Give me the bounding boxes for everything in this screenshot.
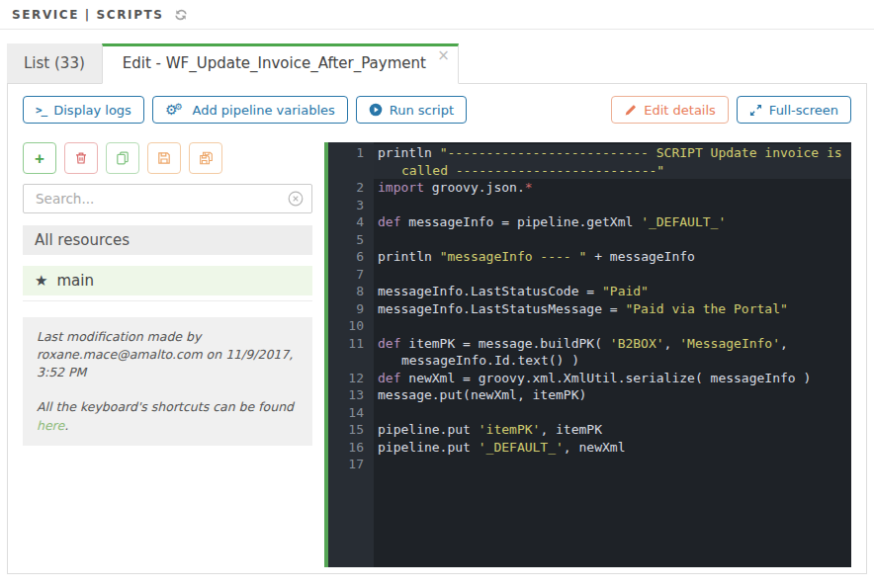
line-number: 12	[328, 370, 374, 387]
code-line[interactable]: 1println "-------------------------- SCR…	[328, 144, 851, 179]
clear-search-icon[interactable]	[288, 191, 304, 207]
gears-icon: ⚙⚙	[165, 103, 186, 117]
tab-edit-script[interactable]: Edit - WF_Update_Invoice_After_Payment ×	[102, 43, 459, 84]
search-input[interactable]	[23, 184, 312, 213]
code-line[interactable]: 12def newXml = groovy.xml.XmlUtil.serial…	[328, 370, 851, 387]
edit-details-label: Edit details	[644, 104, 716, 117]
search-box	[23, 184, 312, 213]
shortcuts-link[interactable]: here	[37, 418, 64, 433]
code-line[interactable]: 2import groovy.json.*	[328, 179, 851, 197]
save-all-button[interactable]	[189, 142, 222, 174]
add-resource-button[interactable]: +	[23, 142, 56, 174]
run-script-label: Run script	[390, 104, 454, 117]
run-script-button[interactable]: Run script	[356, 96, 467, 124]
code-line[interactable]: 10	[328, 317, 851, 335]
line-number: 7	[328, 266, 374, 284]
copy-icon	[116, 151, 130, 165]
content-row: +	[23, 142, 851, 567]
close-tab-icon[interactable]: ×	[437, 48, 450, 63]
code-line[interactable]: 15pipeline.put 'itemPK', itemPK	[328, 421, 851, 439]
code-line[interactable]: 17	[328, 456, 851, 473]
line-number: 3	[328, 197, 374, 214]
line-number: 17	[328, 456, 374, 473]
action-bar-left: >_ Display logs ⚙⚙ Add pipeline variable…	[23, 96, 467, 124]
line-number: 9	[328, 300, 374, 318]
save-icon-button[interactable]	[147, 142, 181, 174]
code-line[interactable]: 4def messageInfo = pipeline.getXml '_DEF…	[328, 213, 851, 231]
script-editor-panel: >_ Display logs ⚙⚙ Add pipeline variable…	[7, 83, 867, 574]
display-logs-button[interactable]: >_ Display logs	[23, 96, 144, 124]
full-screen-label: Full-screen	[769, 104, 838, 117]
breadcrumb: SERVICE | SCRIPTS	[12, 8, 164, 22]
fullscreen-icon	[749, 104, 762, 117]
line-number: 8	[328, 283, 374, 300]
floppy-multi-icon	[199, 151, 214, 165]
play-circle-icon	[369, 103, 383, 117]
code-line[interactable]: 3	[328, 197, 851, 214]
code-line[interactable]: 13message.put(newXml, itemPK)	[328, 386, 851, 404]
code-editor[interactable]: 1println "-------------------------- SCR…	[324, 142, 851, 567]
code-line[interactable]: 7	[328, 266, 851, 284]
delete-resource-button[interactable]	[64, 142, 98, 174]
code-line[interactable]: 14	[328, 404, 851, 422]
refresh-icon[interactable]	[174, 8, 188, 22]
code-line[interactable]: 11def itemPK = message.buildPK( 'B2BOX',…	[328, 335, 851, 370]
action-bar-right: Edit details Full-screen	[611, 96, 851, 124]
full-screen-button[interactable]: Full-screen	[737, 96, 851, 124]
tab-edit-label: Edit - WF_Update_Invoice_After_Payment	[123, 54, 426, 72]
resource-item-label: main	[56, 272, 93, 290]
resource-item-main[interactable]: ★ main	[23, 266, 312, 295]
line-number: 2	[328, 179, 374, 197]
line-number: 11	[328, 335, 374, 370]
terminal-icon: >_	[36, 105, 46, 116]
list-divider	[23, 300, 312, 301]
resource-sidebar: +	[23, 142, 312, 567]
code-line[interactable]: 8messageInfo.LastStatusCode = "Paid"	[328, 283, 851, 300]
resource-toolbar: +	[23, 142, 312, 174]
tab-list[interactable]: List (33)	[7, 43, 102, 83]
shortcuts-text: All the keyboard's shortcuts can be foun…	[37, 398, 299, 434]
line-number: 16	[328, 439, 374, 457]
line-number: 6	[328, 248, 374, 266]
line-number: 10	[328, 317, 374, 335]
code-lines: 1println "-------------------------- SCR…	[328, 142, 851, 473]
add-pipeline-variables-label: Add pipeline variables	[193, 104, 335, 117]
line-number: 13	[328, 386, 374, 404]
line-number: 14	[328, 404, 374, 422]
plus-icon: +	[35, 150, 44, 167]
code-line[interactable]: 16pipeline.put '_DEFAULT_', newXml	[328, 439, 851, 457]
line-number: 1	[328, 144, 374, 179]
line-number: 5	[328, 231, 374, 249]
duplicate-resource-button[interactable]	[106, 142, 139, 174]
floppy-icon	[157, 151, 171, 165]
line-number: 4	[328, 213, 374, 231]
tab-bar: List (33) Edit - WF_Update_Invoice_After…	[7, 43, 874, 83]
display-logs-label: Display logs	[53, 104, 131, 117]
line-number: 15	[328, 421, 374, 439]
trash-icon	[74, 151, 88, 165]
code-line[interactable]: 6println "messageInfo ---- " + messageIn…	[328, 248, 851, 266]
add-pipeline-variables-button[interactable]: ⚙⚙ Add pipeline variables	[152, 96, 348, 124]
edit-details-button[interactable]: Edit details	[611, 96, 729, 124]
action-bar: >_ Display logs ⚙⚙ Add pipeline variable…	[23, 96, 851, 124]
last-modification-text: Last modification made by roxane.mace@am…	[37, 328, 299, 381]
code-line[interactable]: 5	[328, 231, 851, 249]
all-resources-item[interactable]: All resources	[23, 225, 312, 255]
star-icon: ★	[35, 272, 47, 290]
info-note: Last modification made by roxane.mace@am…	[23, 317, 312, 446]
breadcrumb-bar: SERVICE | SCRIPTS	[0, 0, 874, 30]
pencil-icon	[624, 104, 637, 117]
code-line[interactable]: 9messageInfo.LastStatusMessage = "Paid v…	[328, 300, 851, 318]
